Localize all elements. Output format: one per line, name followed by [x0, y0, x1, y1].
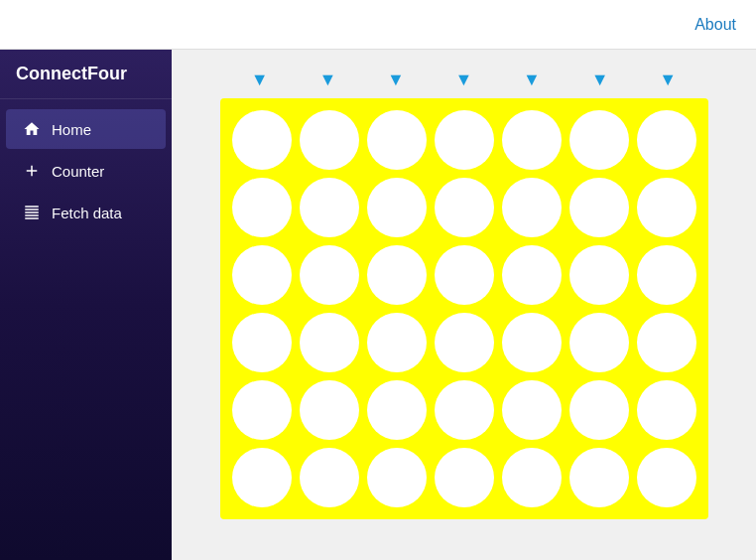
game-cell[interactable] — [569, 448, 629, 507]
game-cell[interactable] — [367, 110, 427, 170]
game-cell[interactable] — [232, 245, 292, 305]
game-cell[interactable] — [367, 313, 427, 372]
game-cell[interactable] — [502, 110, 562, 170]
sidebar: ConnectFour Home Counter — [0, 50, 172, 560]
game-cell[interactable] — [637, 448, 696, 507]
sidebar-item-home-label: Home — [52, 121, 91, 138]
drop-arrows-row: ▼ ▼ ▼ ▼ ▼ ▼ ▼ — [216, 70, 712, 90]
game-cell[interactable] — [232, 313, 292, 372]
sidebar-item-counter[interactable]: Counter — [6, 151, 166, 191]
drop-col-6[interactable]: ▼ — [638, 70, 697, 90]
game-cell[interactable] — [300, 178, 359, 237]
app-title: ConnectFour — [0, 50, 172, 99]
about-link[interactable]: About — [694, 16, 736, 34]
sidebar-nav: Home Counter Fetch data — [0, 99, 172, 242]
game-cell[interactable] — [569, 110, 629, 170]
drop-col-5[interactable]: ▼ — [570, 70, 630, 90]
game-cell[interactable] — [300, 448, 359, 507]
game-cell[interactable] — [435, 448, 494, 507]
table-icon — [22, 203, 42, 222]
game-cell[interactable] — [637, 313, 696, 372]
game-cell[interactable] — [637, 245, 696, 305]
game-cell[interactable] — [637, 380, 696, 440]
drop-col-0[interactable]: ▼ — [230, 70, 290, 90]
game-cell[interactable] — [569, 313, 629, 372]
game-cell[interactable] — [637, 110, 696, 170]
game-cell[interactable] — [435, 380, 494, 440]
game-cell[interactable] — [435, 245, 494, 305]
game-cell[interactable] — [300, 313, 359, 372]
game-cell[interactable] — [435, 178, 494, 237]
game-cell[interactable] — [502, 380, 562, 440]
game-cell[interactable] — [569, 380, 629, 440]
drop-col-3[interactable]: ▼ — [434, 70, 493, 90]
top-nav: About — [0, 0, 756, 50]
drop-col-1[interactable]: ▼ — [298, 70, 357, 90]
game-cell[interactable] — [502, 245, 562, 305]
game-cell[interactable] — [435, 110, 494, 170]
game-cell[interactable] — [367, 178, 427, 237]
game-cell[interactable] — [435, 313, 494, 372]
sidebar-item-fetch-data[interactable]: Fetch data — [6, 193, 166, 232]
game-cell[interactable] — [502, 313, 562, 372]
main-layout: ConnectFour Home Counter — [0, 50, 756, 560]
game-cell[interactable] — [367, 448, 427, 507]
game-board — [220, 98, 708, 519]
home-icon — [22, 119, 42, 139]
game-cell[interactable] — [300, 110, 359, 170]
game-cell[interactable] — [232, 380, 292, 440]
game-cell[interactable] — [300, 245, 359, 305]
game-cell[interactable] — [367, 380, 427, 440]
game-cell[interactable] — [569, 178, 629, 237]
game-cell[interactable] — [300, 380, 359, 440]
sidebar-item-fetch-data-label: Fetch data — [52, 205, 122, 221]
plus-icon — [22, 161, 42, 181]
game-cell[interactable] — [637, 178, 696, 237]
sidebar-item-home[interactable]: Home — [6, 109, 166, 149]
game-cell[interactable] — [232, 110, 292, 170]
game-cell[interactable] — [232, 178, 292, 237]
game-cell[interactable] — [502, 178, 562, 237]
drop-col-2[interactable]: ▼ — [366, 70, 426, 90]
drop-col-4[interactable]: ▼ — [502, 70, 562, 90]
game-cell[interactable] — [232, 448, 292, 507]
sidebar-item-counter-label: Counter — [52, 163, 104, 180]
game-cell[interactable] — [502, 448, 562, 507]
game-cell[interactable] — [367, 245, 427, 305]
main-content: ▼ ▼ ▼ ▼ ▼ ▼ ▼ — [172, 50, 756, 560]
game-cell[interactable] — [569, 245, 629, 305]
